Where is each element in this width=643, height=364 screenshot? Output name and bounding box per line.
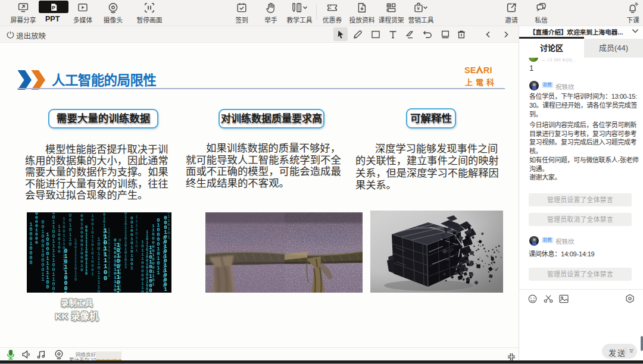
svg-text:¥: ¥ <box>416 5 420 11</box>
svg-text:SE: SE <box>464 65 476 75</box>
svg-text:P: P <box>52 5 55 11</box>
svg-text:RI: RI <box>483 65 492 75</box>
